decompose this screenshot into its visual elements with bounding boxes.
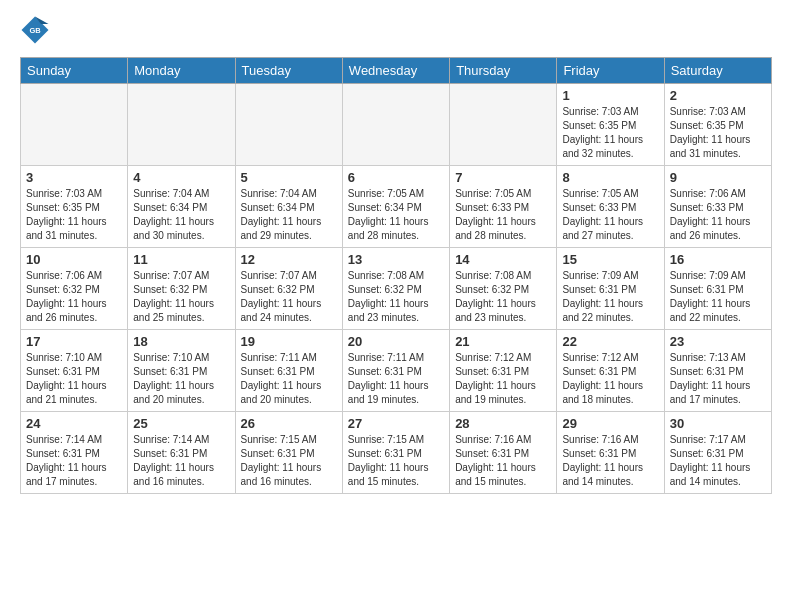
day-info: Sunrise: 7:12 AM Sunset: 6:31 PM Dayligh… [562, 351, 658, 407]
day-header-sunday: Sunday [21, 58, 128, 84]
day-number: 13 [348, 252, 444, 267]
header-row: SundayMondayTuesdayWednesdayThursdayFrid… [21, 58, 772, 84]
day-info: Sunrise: 7:10 AM Sunset: 6:31 PM Dayligh… [133, 351, 229, 407]
day-info: Sunrise: 7:06 AM Sunset: 6:32 PM Dayligh… [26, 269, 122, 325]
day-number: 18 [133, 334, 229, 349]
day-info: Sunrise: 7:14 AM Sunset: 6:31 PM Dayligh… [26, 433, 122, 489]
day-number: 11 [133, 252, 229, 267]
week-row-2: 3Sunrise: 7:03 AM Sunset: 6:35 PM Daylig… [21, 166, 772, 248]
day-number: 29 [562, 416, 658, 431]
day-info: Sunrise: 7:03 AM Sunset: 6:35 PM Dayligh… [562, 105, 658, 161]
day-cell [235, 84, 342, 166]
day-header-saturday: Saturday [664, 58, 771, 84]
day-info: Sunrise: 7:08 AM Sunset: 6:32 PM Dayligh… [348, 269, 444, 325]
day-number: 12 [241, 252, 337, 267]
day-info: Sunrise: 7:05 AM Sunset: 6:33 PM Dayligh… [455, 187, 551, 243]
svg-text:GB: GB [29, 26, 41, 35]
day-cell: 18Sunrise: 7:10 AM Sunset: 6:31 PM Dayli… [128, 330, 235, 412]
day-cell: 24Sunrise: 7:14 AM Sunset: 6:31 PM Dayli… [21, 412, 128, 494]
day-number: 16 [670, 252, 766, 267]
day-cell: 21Sunrise: 7:12 AM Sunset: 6:31 PM Dayli… [450, 330, 557, 412]
day-cell: 14Sunrise: 7:08 AM Sunset: 6:32 PM Dayli… [450, 248, 557, 330]
day-number: 26 [241, 416, 337, 431]
day-number: 9 [670, 170, 766, 185]
day-header-tuesday: Tuesday [235, 58, 342, 84]
week-row-4: 17Sunrise: 7:10 AM Sunset: 6:31 PM Dayli… [21, 330, 772, 412]
day-cell: 29Sunrise: 7:16 AM Sunset: 6:31 PM Dayli… [557, 412, 664, 494]
day-number: 10 [26, 252, 122, 267]
day-cell: 25Sunrise: 7:14 AM Sunset: 6:31 PM Dayli… [128, 412, 235, 494]
day-number: 22 [562, 334, 658, 349]
day-cell: 9Sunrise: 7:06 AM Sunset: 6:33 PM Daylig… [664, 166, 771, 248]
day-number: 24 [26, 416, 122, 431]
day-info: Sunrise: 7:10 AM Sunset: 6:31 PM Dayligh… [26, 351, 122, 407]
day-cell: 6Sunrise: 7:05 AM Sunset: 6:34 PM Daylig… [342, 166, 449, 248]
day-cell: 22Sunrise: 7:12 AM Sunset: 6:31 PM Dayli… [557, 330, 664, 412]
day-cell: 17Sunrise: 7:10 AM Sunset: 6:31 PM Dayli… [21, 330, 128, 412]
week-row-1: 1Sunrise: 7:03 AM Sunset: 6:35 PM Daylig… [21, 84, 772, 166]
day-number: 7 [455, 170, 551, 185]
week-row-5: 24Sunrise: 7:14 AM Sunset: 6:31 PM Dayli… [21, 412, 772, 494]
day-cell: 28Sunrise: 7:16 AM Sunset: 6:31 PM Dayli… [450, 412, 557, 494]
day-header-wednesday: Wednesday [342, 58, 449, 84]
day-info: Sunrise: 7:07 AM Sunset: 6:32 PM Dayligh… [241, 269, 337, 325]
day-info: Sunrise: 7:14 AM Sunset: 6:31 PM Dayligh… [133, 433, 229, 489]
day-cell: 11Sunrise: 7:07 AM Sunset: 6:32 PM Dayli… [128, 248, 235, 330]
day-info: Sunrise: 7:11 AM Sunset: 6:31 PM Dayligh… [241, 351, 337, 407]
day-info: Sunrise: 7:05 AM Sunset: 6:34 PM Dayligh… [348, 187, 444, 243]
day-number: 27 [348, 416, 444, 431]
day-cell: 7Sunrise: 7:05 AM Sunset: 6:33 PM Daylig… [450, 166, 557, 248]
day-cell: 13Sunrise: 7:08 AM Sunset: 6:32 PM Dayli… [342, 248, 449, 330]
day-cell: 16Sunrise: 7:09 AM Sunset: 6:31 PM Dayli… [664, 248, 771, 330]
day-info: Sunrise: 7:09 AM Sunset: 6:31 PM Dayligh… [562, 269, 658, 325]
day-cell: 23Sunrise: 7:13 AM Sunset: 6:31 PM Dayli… [664, 330, 771, 412]
day-number: 4 [133, 170, 229, 185]
day-number: 5 [241, 170, 337, 185]
logo-icon: GB [20, 15, 50, 45]
day-cell [21, 84, 128, 166]
day-number: 20 [348, 334, 444, 349]
day-number: 21 [455, 334, 551, 349]
page: GB SundayMondayTuesdayWednesdayThursdayF… [0, 0, 792, 509]
day-info: Sunrise: 7:08 AM Sunset: 6:32 PM Dayligh… [455, 269, 551, 325]
day-number: 19 [241, 334, 337, 349]
day-info: Sunrise: 7:16 AM Sunset: 6:31 PM Dayligh… [562, 433, 658, 489]
day-number: 17 [26, 334, 122, 349]
day-number: 30 [670, 416, 766, 431]
day-cell: 12Sunrise: 7:07 AM Sunset: 6:32 PM Dayli… [235, 248, 342, 330]
day-cell: 10Sunrise: 7:06 AM Sunset: 6:32 PM Dayli… [21, 248, 128, 330]
day-cell [128, 84, 235, 166]
day-info: Sunrise: 7:04 AM Sunset: 6:34 PM Dayligh… [241, 187, 337, 243]
day-info: Sunrise: 7:04 AM Sunset: 6:34 PM Dayligh… [133, 187, 229, 243]
day-info: Sunrise: 7:12 AM Sunset: 6:31 PM Dayligh… [455, 351, 551, 407]
day-number: 8 [562, 170, 658, 185]
day-cell: 4Sunrise: 7:04 AM Sunset: 6:34 PM Daylig… [128, 166, 235, 248]
day-cell [450, 84, 557, 166]
day-info: Sunrise: 7:13 AM Sunset: 6:31 PM Dayligh… [670, 351, 766, 407]
day-cell: 26Sunrise: 7:15 AM Sunset: 6:31 PM Dayli… [235, 412, 342, 494]
day-info: Sunrise: 7:07 AM Sunset: 6:32 PM Dayligh… [133, 269, 229, 325]
logo: GB [20, 15, 54, 45]
day-number: 25 [133, 416, 229, 431]
day-info: Sunrise: 7:11 AM Sunset: 6:31 PM Dayligh… [348, 351, 444, 407]
day-number: 2 [670, 88, 766, 103]
day-cell: 27Sunrise: 7:15 AM Sunset: 6:31 PM Dayli… [342, 412, 449, 494]
day-cell: 8Sunrise: 7:05 AM Sunset: 6:33 PM Daylig… [557, 166, 664, 248]
day-info: Sunrise: 7:09 AM Sunset: 6:31 PM Dayligh… [670, 269, 766, 325]
day-number: 15 [562, 252, 658, 267]
week-row-3: 10Sunrise: 7:06 AM Sunset: 6:32 PM Dayli… [21, 248, 772, 330]
day-number: 1 [562, 88, 658, 103]
day-info: Sunrise: 7:06 AM Sunset: 6:33 PM Dayligh… [670, 187, 766, 243]
day-info: Sunrise: 7:03 AM Sunset: 6:35 PM Dayligh… [670, 105, 766, 161]
day-cell [342, 84, 449, 166]
day-info: Sunrise: 7:15 AM Sunset: 6:31 PM Dayligh… [241, 433, 337, 489]
day-header-monday: Monday [128, 58, 235, 84]
day-info: Sunrise: 7:17 AM Sunset: 6:31 PM Dayligh… [670, 433, 766, 489]
day-cell: 20Sunrise: 7:11 AM Sunset: 6:31 PM Dayli… [342, 330, 449, 412]
day-cell: 19Sunrise: 7:11 AM Sunset: 6:31 PM Dayli… [235, 330, 342, 412]
day-cell: 3Sunrise: 7:03 AM Sunset: 6:35 PM Daylig… [21, 166, 128, 248]
day-info: Sunrise: 7:15 AM Sunset: 6:31 PM Dayligh… [348, 433, 444, 489]
calendar: SundayMondayTuesdayWednesdayThursdayFrid… [20, 57, 772, 494]
day-cell: 15Sunrise: 7:09 AM Sunset: 6:31 PM Dayli… [557, 248, 664, 330]
day-number: 23 [670, 334, 766, 349]
